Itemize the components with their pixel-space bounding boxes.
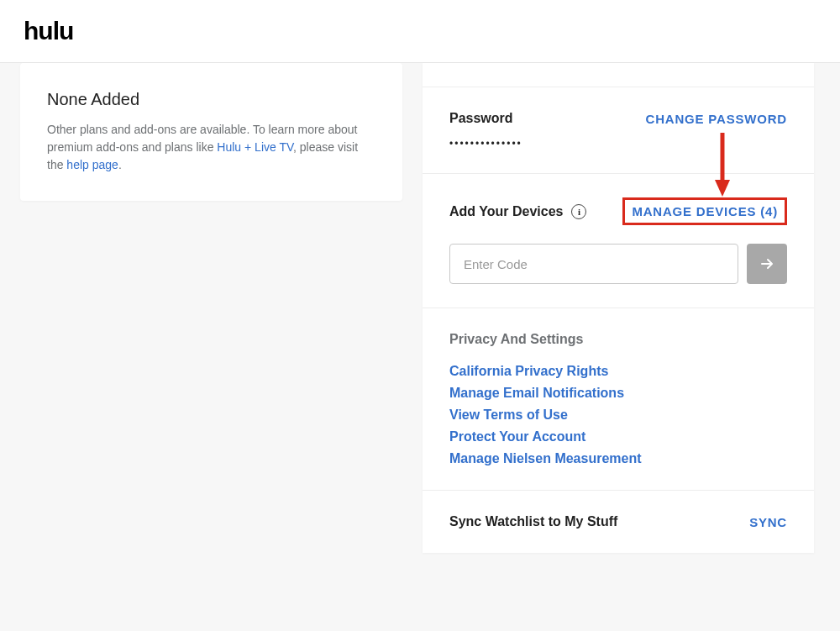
change-password-link[interactable]: CHANGE PASSWORD	[646, 112, 787, 126]
info-icon[interactable]: i	[571, 204, 586, 219]
desc-text-3: .	[118, 158, 122, 171]
sync-section: Sync Watchlist to My Stuff SYNC	[423, 490, 814, 553]
password-label: Password	[449, 111, 513, 126]
nielsen-measurement-link[interactable]: Manage Nielsen Measurement	[449, 451, 787, 466]
password-section: Password CHANGE PASSWORD ••••••••••••••	[423, 87, 814, 173]
device-code-input[interactable]	[449, 244, 738, 284]
arrow-right-icon	[759, 255, 775, 272]
privacy-settings-title: Privacy And Settings	[449, 332, 787, 347]
content-area: None Added Other plans and add-ons are a…	[0, 63, 840, 553]
addons-card: None Added Other plans and add-ons are a…	[20, 63, 402, 201]
hulu-logo[interactable]: hulu	[24, 17, 73, 45]
terms-of-use-link[interactable]: View Terms of Use	[449, 408, 787, 423]
password-masked: ••••••••••••••	[449, 138, 787, 150]
manage-email-link[interactable]: Manage Email Notifications	[449, 386, 787, 401]
site-header: hulu	[0, 0, 840, 63]
spacer-section	[423, 63, 814, 87]
help-page-link[interactable]: help page	[66, 158, 118, 171]
manage-devices-link[interactable]: MANAGE DEVICES (4)	[622, 197, 787, 225]
sync-link[interactable]: SYNC	[749, 515, 787, 529]
sync-watchlist-label: Sync Watchlist to My Stuff	[449, 514, 617, 529]
devices-section: Add Your Devices i MANAGE DEVICES (4)	[423, 173, 814, 308]
addons-title: None Added	[47, 90, 375, 109]
hulu-live-tv-link[interactable]: Hulu + Live TV	[217, 140, 293, 154]
add-devices-label: Add Your Devices	[449, 204, 563, 219]
privacy-section: Privacy And Settings California Privacy …	[423, 308, 814, 490]
california-privacy-link[interactable]: California Privacy Rights	[449, 364, 787, 379]
settings-column: Password CHANGE PASSWORD •••••••••••••• …	[423, 63, 814, 553]
submit-code-button[interactable]	[747, 244, 787, 284]
protect-account-link[interactable]: Protect Your Account	[449, 429, 787, 444]
addons-description: Other plans and add-ons are available. T…	[47, 121, 375, 174]
